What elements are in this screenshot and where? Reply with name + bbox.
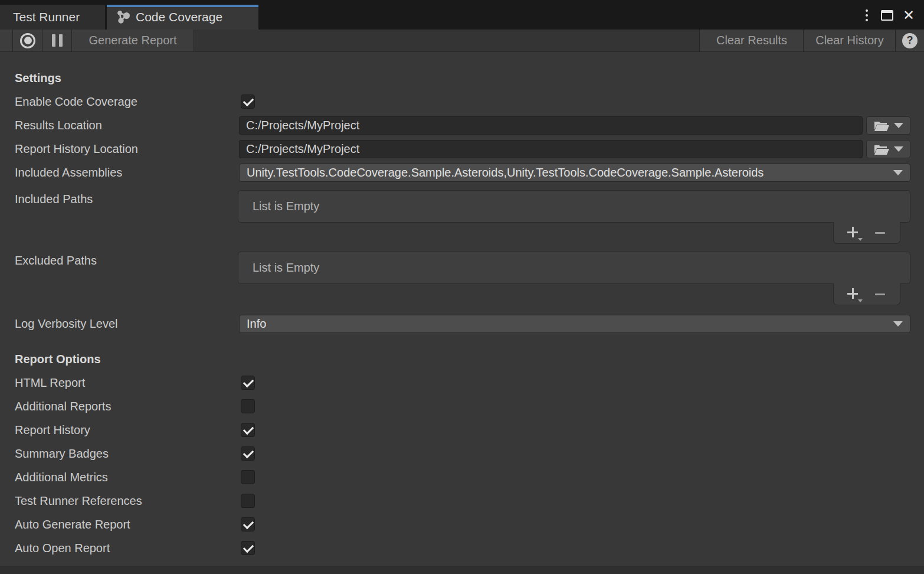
record-button[interactable] — [13, 30, 42, 51]
help-icon: ? — [902, 33, 918, 48]
auto-open-report-checkbox[interactable] — [241, 541, 255, 555]
log-verbosity-label: Log Verbosity Level — [15, 315, 118, 333]
results-location-label: Results Location — [15, 116, 102, 135]
tab-code-coverage[interactable]: Code Coverage — [107, 5, 258, 30]
additional-metrics-checkbox[interactable] — [241, 470, 255, 484]
window-controls: ✕ — [861, 6, 916, 25]
report-options-header: Report Options — [15, 350, 101, 368]
clear-history-button[interactable]: Clear History — [804, 30, 896, 51]
summary-badges-label: Summary Badges — [15, 445, 109, 463]
auto-generate-report-label: Auto Generate Report — [15, 516, 130, 534]
record-icon — [20, 33, 35, 48]
excluded-paths-list[interactable]: List is Empty — [238, 252, 910, 284]
excluded-paths-list-footer — [833, 283, 900, 305]
toolbar-spacer — [0, 30, 13, 51]
window-bottom-edge — [0, 566, 924, 574]
excluded-paths-empty-text: List is Empty — [253, 261, 319, 275]
html-report-row: HTML Report — [0, 374, 924, 392]
tab-test-runner[interactable]: Test Runner — [0, 5, 105, 30]
enable-code-coverage-label: Enable Code Coverage — [15, 93, 137, 111]
add-item-button[interactable] — [846, 226, 860, 240]
included-paths-empty-text: List is Empty — [253, 200, 319, 213]
test-runner-references-row: Test Runner References — [0, 492, 924, 510]
pause-icon — [52, 34, 63, 47]
clear-results-button[interactable]: Clear Results — [700, 30, 804, 51]
report-history-location-label: Report History Location — [15, 140, 138, 158]
auto-generate-report-checkbox[interactable] — [241, 517, 255, 531]
chevron-down-icon — [894, 146, 903, 152]
html-report-label: HTML Report — [15, 374, 85, 392]
additional-metrics-label: Additional Metrics — [15, 468, 108, 487]
test-runner-references-checkbox[interactable] — [241, 494, 255, 508]
maximize-icon[interactable] — [881, 10, 893, 21]
additional-reports-checkbox[interactable] — [241, 399, 255, 413]
auto-generate-report-row: Auto Generate Report — [0, 516, 924, 534]
settings-panel: Settings Enable Code Coverage Results Lo… — [0, 53, 924, 566]
add-item-button[interactable] — [846, 287, 860, 301]
code-coverage-window: Test Runner Code Coverage ✕ — [0, 0, 924, 574]
results-location-row: Results Location C:/Projects/MyProject — [0, 116, 924, 135]
html-report-checkbox[interactable] — [241, 376, 255, 390]
settings-header: Settings — [15, 69, 61, 87]
tab-test-runner-label: Test Runner — [13, 10, 80, 24]
chevron-down-icon — [893, 170, 903, 175]
report-history-checkbox[interactable] — [241, 423, 255, 437]
included-assemblies-value: Unity.TestTools.CodeCoverage.Sample.Aste… — [247, 166, 893, 180]
toolbar: Generate Report Clear Results Clear Hist… — [0, 30, 924, 52]
included-assemblies-dropdown[interactable]: Unity.TestTools.CodeCoverage.Sample.Aste… — [239, 164, 910, 182]
included-paths-label: Included Paths — [15, 190, 93, 208]
excluded-paths-label: Excluded Paths — [15, 252, 97, 270]
results-location-input[interactable]: C:/Projects/MyProject — [239, 116, 863, 135]
included-paths-list-footer — [833, 222, 900, 244]
toolbar-flex-space — [194, 30, 700, 51]
enable-code-coverage-row: Enable Code Coverage — [0, 93, 924, 111]
additional-metrics-row: Additional Metrics — [0, 468, 924, 487]
enable-code-coverage-checkbox[interactable] — [241, 94, 255, 109]
report-history-row: Report History — [0, 421, 924, 439]
report-history-label: Report History — [15, 421, 90, 439]
test-runner-references-label: Test Runner References — [15, 492, 142, 510]
code-coverage-icon — [116, 10, 130, 24]
generate-report-button[interactable]: Generate Report — [72, 30, 194, 51]
tab-bar: Test Runner Code Coverage ✕ — [0, 0, 924, 30]
chevron-down-icon — [894, 123, 903, 128]
summary-badges-checkbox[interactable] — [241, 446, 255, 461]
log-verbosity-dropdown[interactable]: Info — [239, 315, 910, 333]
pause-button[interactable] — [42, 30, 72, 51]
auto-open-report-label: Auto Open Report — [15, 539, 110, 557]
included-assemblies-row: Included Assemblies Unity.TestTools.Code… — [0, 164, 924, 182]
included-paths-list[interactable]: List is Empty — [238, 190, 910, 223]
included-assemblies-label: Included Assemblies — [15, 164, 122, 182]
summary-badges-row: Summary Badges — [0, 445, 924, 463]
window-menu-icon[interactable] — [861, 8, 873, 23]
settings-header-row: Settings — [0, 69, 924, 87]
chevron-down-icon — [893, 321, 903, 327]
report-options-header-row: Report Options — [0, 350, 924, 368]
additional-reports-label: Additional Reports — [15, 397, 111, 416]
report-history-location-input[interactable]: C:/Projects/MyProject — [239, 140, 863, 158]
results-location-browse-button[interactable] — [866, 116, 910, 135]
close-icon[interactable]: ✕ — [902, 8, 916, 22]
log-verbosity-row: Log Verbosity Level Info — [0, 315, 924, 333]
log-verbosity-value: Info — [247, 317, 893, 331]
active-tab-accent — [107, 5, 258, 7]
report-history-location-browse-button[interactable] — [866, 140, 910, 158]
additional-reports-row: Additional Reports — [0, 397, 924, 416]
tab-code-coverage-label: Code Coverage — [136, 10, 222, 24]
auto-open-report-row: Auto Open Report — [0, 539, 924, 557]
remove-item-button[interactable] — [873, 287, 887, 301]
remove-item-button[interactable] — [873, 226, 887, 240]
report-history-location-row: Report History Location C:/Projects/MyPr… — [0, 140, 924, 158]
folder-open-icon — [874, 144, 889, 155]
folder-open-icon — [874, 120, 889, 132]
help-button[interactable]: ? — [896, 30, 924, 51]
